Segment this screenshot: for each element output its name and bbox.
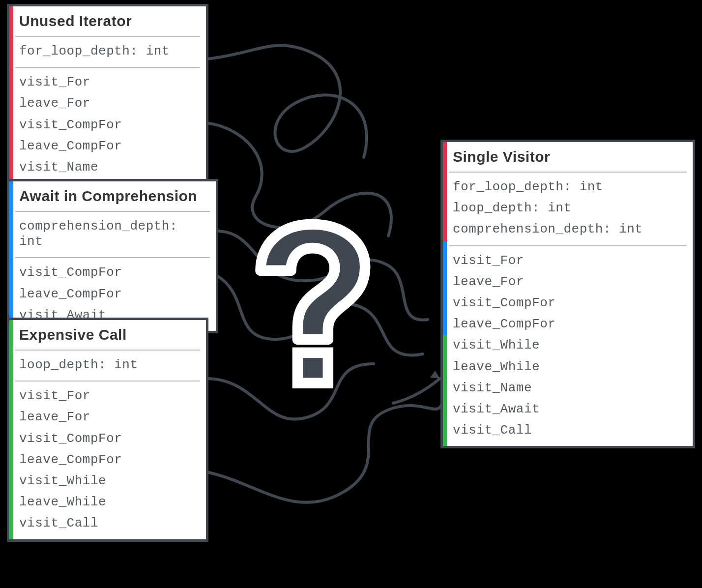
diagram-stage: { "colors":{ "red":"#D9374E", "blue":"#1… [0, 0, 702, 588]
method: visit_Name [453, 378, 685, 399]
method: visit_For [19, 385, 198, 407]
stripe-red [9, 6, 13, 183]
method: leave_For [19, 407, 198, 428]
attr: loop_depth: int [453, 198, 685, 219]
method: visit_For [453, 250, 685, 271]
method: leave_For [19, 93, 198, 114]
attr: for_loop_depth: int [453, 176, 685, 198]
stripe-segment-green [443, 335, 447, 446]
method: visit_Call [453, 420, 685, 441]
method: visit_Await [453, 399, 685, 420]
method: visit_CompFor [19, 115, 198, 136]
method: leave_CompFor [453, 314, 685, 335]
method: visit_While [453, 335, 685, 356]
box-unused-iterator: Unused Iterator for_loop_depth: int visi… [7, 4, 208, 185]
attr: loop_depth: int [19, 354, 198, 376]
stripe-segment-red [443, 142, 447, 241]
box-expensive-call: Expensive Call loop_depth: int visit_For… [7, 318, 208, 542]
question-mark-icon [241, 216, 383, 388]
method: visit_CompFor [453, 293, 685, 314]
method: visit_Name [19, 157, 198, 178]
attr: for_loop_depth: int [19, 41, 198, 62]
method: leave_For [453, 271, 685, 293]
method: leave_CompFor [19, 284, 208, 305]
method: leave_CompFor [19, 136, 198, 157]
box-title: Single Visitor [443, 142, 693, 172]
method: leave_While [19, 492, 198, 513]
svg-rect-0 [297, 353, 328, 383]
box-title: Expensive Call [9, 320, 206, 350]
stripe-segment-blue [443, 241, 447, 335]
attr: comprehension_depth: int [453, 219, 685, 240]
box-single-visitor: Single Visitor for_loop_depth: int loop_… [440, 140, 695, 448]
stripe-blue [9, 181, 13, 331]
method: visit_Call [19, 513, 198, 534]
method: visit_CompFor [19, 262, 208, 283]
method: visit_CompFor [19, 428, 198, 449]
stripe-green [9, 320, 13, 539]
method: visit_While [19, 470, 198, 492]
attr: comprehension_depth: int [19, 216, 208, 252]
method: leave_CompFor [19, 449, 198, 470]
method: leave_While [453, 356, 685, 378]
box-title: Unused Iterator [9, 6, 206, 36]
box-await-comprehension: Await in Comprehension comprehension_dep… [7, 179, 218, 333]
method: visit_For [19, 72, 198, 93]
box-title: Await in Comprehension [9, 181, 216, 211]
